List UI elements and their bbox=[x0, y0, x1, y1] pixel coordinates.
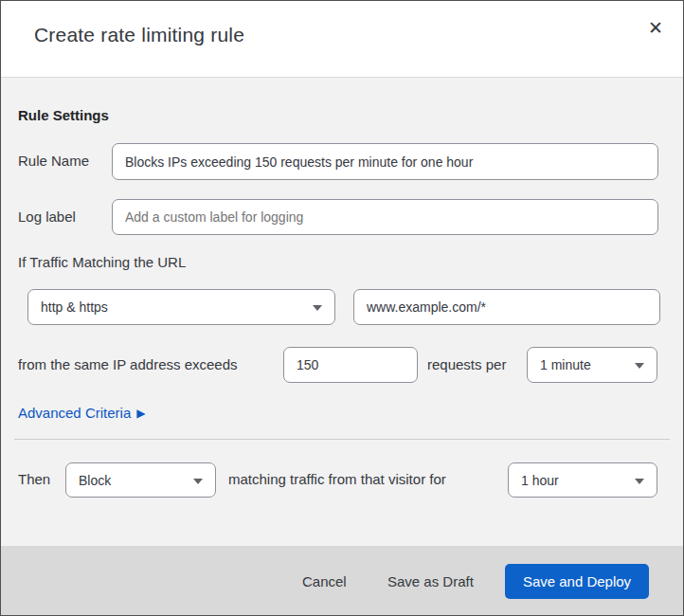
threshold-prefix-label: from the same IP address exceeds bbox=[18, 356, 238, 372]
dialog-header: Create rate limiting rule ✕ bbox=[1, 1, 683, 78]
scheme-select-value: http & https bbox=[41, 299, 108, 315]
requests-count-input[interactable] bbox=[283, 347, 418, 383]
close-icon[interactable]: ✕ bbox=[644, 17, 667, 40]
rule-name-input[interactable] bbox=[112, 143, 658, 180]
save-and-deploy-button[interactable]: Save and Deploy bbox=[505, 564, 649, 599]
action-select-value: Block bbox=[79, 473, 111, 488]
duration-select-value: 1 hour bbox=[521, 473, 559, 488]
chevron-down-icon bbox=[635, 363, 644, 369]
then-middle-label: matching traffic from that visitor for bbox=[228, 471, 446, 487]
requests-per-label: requests per bbox=[427, 356, 506, 372]
save-as-draft-button[interactable]: Save as Draft bbox=[387, 564, 474, 599]
advanced-criteria-link[interactable]: Advanced Criteria ▶ bbox=[18, 405, 145, 421]
create-rate-limiting-rule-dialog: Create rate limiting rule ✕ Rule Setting… bbox=[0, 0, 684, 616]
log-label-input[interactable] bbox=[112, 199, 658, 235]
chevron-down-icon bbox=[313, 305, 322, 311]
section-divider bbox=[14, 439, 670, 440]
rule-settings-heading: Rule Settings bbox=[18, 107, 109, 123]
duration-select[interactable]: 1 hour bbox=[508, 462, 657, 498]
period-select[interactable]: 1 minute bbox=[527, 347, 657, 383]
cancel-button[interactable]: Cancel bbox=[302, 564, 347, 599]
url-pattern-input[interactable] bbox=[353, 289, 660, 325]
scheme-select[interactable]: http & https bbox=[27, 289, 335, 325]
chevron-down-icon bbox=[193, 479, 203, 484]
rule-name-label: Rule Name bbox=[18, 153, 89, 169]
period-select-value: 1 minute bbox=[540, 357, 591, 372]
advanced-criteria-label: Advanced Criteria bbox=[18, 405, 131, 421]
log-label-label: Log label bbox=[18, 208, 76, 225]
traffic-matching-heading: If Traffic Matching the URL bbox=[18, 254, 186, 270]
page-title: Create rate limiting rule bbox=[34, 24, 244, 46]
dialog-footer: Cancel Save as Draft Save and Deploy bbox=[1, 546, 683, 616]
chevron-down-icon bbox=[635, 479, 644, 484]
expand-arrow-icon: ▶ bbox=[136, 407, 145, 420]
then-label: Then bbox=[18, 471, 50, 487]
action-select[interactable]: Block bbox=[65, 462, 216, 498]
